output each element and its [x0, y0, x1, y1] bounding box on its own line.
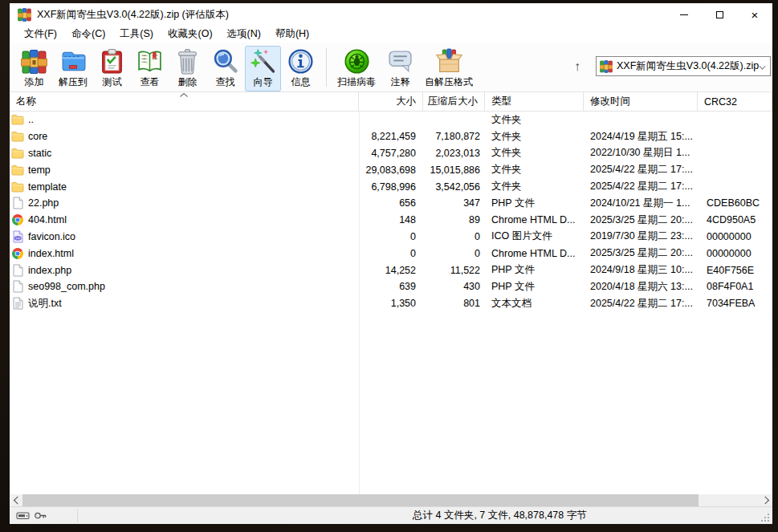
table-row[interactable]: 404.html 148 89 Chrome HTML D... 2025/3/… [10, 212, 772, 229]
file-packed-size: 15,015,886 [423, 164, 485, 176]
column-header-packed[interactable]: 压缩后大小 [423, 92, 485, 111]
close-button[interactable]: × [737, 3, 772, 26]
add-button[interactable]: 添加 [16, 46, 52, 91]
table-row[interactable]: index.php 14,252 11,522 PHP 文件 2024/9/18… [10, 262, 772, 278]
file-type: 文本文档 [485, 297, 584, 311]
comment-button[interactable]: 注释 [382, 46, 418, 91]
file-name: index.html [28, 248, 74, 259]
file-size: 14,252 [359, 265, 423, 276]
key-icon[interactable] [34, 510, 47, 522]
chrome-html-icon [11, 213, 24, 226]
file-type: ICO 图片文件 [485, 229, 584, 243]
file-type: 文件夹 [485, 130, 584, 144]
table-row[interactable]: 22.php 656 347 PHP 文件 2024/10/21 星期一 1..… [10, 195, 772, 212]
close-icon: × [752, 9, 759, 21]
table-row[interactable]: template 6,798,996 3,542,056 文件夹 2025/4/… [10, 178, 772, 195]
scroll-left-button[interactable] [10, 494, 22, 506]
file-type: Chrome HTML D... [485, 214, 584, 225]
php-file-icon [11, 197, 24, 209]
up-one-level-button[interactable]: ↑ [571, 59, 584, 74]
winrar-window: XXF新闻寄生虫V3.0(4.22版).zip (评估版本) × 文件(F)命令… [10, 3, 772, 524]
extract-to-button[interactable]: 解压到 [54, 46, 92, 91]
file-size: 1,350 [359, 298, 423, 309]
file-packed-size: 0 [423, 248, 485, 259]
toolbar-separator [326, 48, 327, 87]
resize-grip[interactable] [768, 520, 769, 522]
file-list: .. 文件夹 core 8,221,459 7,180,872 文件夹 2024… [10, 112, 772, 494]
table-row[interactable]: favicon.ico 0 0 ICO 图片文件 2019/7/30 星期二 2… [10, 229, 772, 246]
delete-button[interactable]: 删除 [169, 46, 206, 91]
file-modified-time: 2024/4/19 星期五 15:... [584, 130, 698, 144]
table-row[interactable]: static 4,757,280 2,023,013 文件夹 2022/10/3… [10, 145, 772, 162]
menu-help[interactable]: 帮助(H) [268, 26, 316, 43]
file-name: core [28, 131, 47, 142]
file-modified-time: 2025/3/25 星期二 20:... [584, 213, 698, 227]
column-header-size[interactable]: 大小 [359, 92, 423, 111]
folder-icon [11, 113, 24, 126]
scroll-right-button[interactable] [760, 494, 772, 506]
file-packed-size: 7,180,872 [423, 131, 485, 142]
table-row[interactable]: index.html 0 0 Chrome HTML D... 2025/3/2… [10, 245, 772, 262]
folder-icon [11, 181, 24, 193]
table-row[interactable]: core 8,221,459 7,180,872 文件夹 2024/4/19 星… [10, 128, 772, 145]
minimize-button[interactable] [666, 3, 702, 26]
view-button[interactable]: 查看 [132, 46, 168, 91]
wizard-button[interactable]: 向导 [245, 46, 281, 91]
sfx-button[interactable]: 自解压格式 [420, 46, 478, 91]
comment-bubble-icon [387, 48, 413, 75]
file-name: 22.php [28, 197, 59, 209]
file-name: 404.html [28, 214, 67, 225]
menu-options[interactable]: 选项(N) [220, 26, 268, 43]
file-modified-time: 2025/4/22 星期二 17:... [584, 163, 698, 177]
window-controls: × [666, 3, 772, 26]
test-button[interactable]: 测试 [94, 46, 130, 91]
column-header-modified[interactable]: 修改时间 [584, 92, 698, 111]
menu-tools[interactable]: 工具(S) [112, 26, 161, 43]
menu-file[interactable]: 文件(F) [17, 26, 64, 43]
virus-scan-icon [344, 48, 370, 75]
chevron-right-icon [761, 497, 769, 505]
table-row[interactable]: seo998_com.php 639 430 PHP 文件 2020/4/18 … [10, 278, 772, 295]
file-crc32: 00000000 [698, 248, 772, 259]
winrar-app-icon [18, 8, 31, 22]
drive-icon [16, 510, 30, 522]
file-name: index.php [28, 265, 71, 276]
file-name: 说明.txt [28, 297, 62, 311]
chrome-html-icon [11, 247, 24, 260]
archive-address-combobox[interactable]: XXF新闻寄生虫V3.0(4.22版).zip [596, 56, 771, 76]
menu-commands[interactable]: 命令(C) [64, 26, 112, 43]
file-packed-size: 347 [423, 197, 485, 209]
table-row[interactable]: 说明.txt 1,350 801 文本文档 2025/4/22 星期二 17:.… [10, 295, 772, 312]
php-file-icon [11, 264, 24, 277]
column-separator-line [359, 112, 360, 494]
column-header-crc32[interactable]: CRC32 [698, 92, 772, 111]
magnifier-icon [212, 48, 238, 75]
totals-text: 总计 4 文件夹, 7 文件, 48,878,478 字节 [413, 507, 587, 524]
file-type: Chrome HTML D... [485, 248, 584, 259]
table-row[interactable]: temp 29,083,698 15,015,886 文件夹 2025/4/22… [10, 161, 772, 178]
file-modified-time: 2024/9/18 星期三 10:... [584, 263, 698, 277]
file-crc32: CDEB60BC [698, 197, 772, 209]
chevron-left-icon [13, 497, 21, 505]
file-packed-size: 11,522 [423, 265, 485, 276]
archive-address-value: XXF新闻寄生虫V3.0(4.22版).zip [617, 59, 759, 73]
file-type: 文件夹 [485, 113, 584, 127]
file-name: .. [28, 114, 34, 125]
file-size: 656 [359, 197, 423, 209]
toolbar-right-group: ↑ XXF新闻寄生虫V3.0(4.22版).zip [571, 56, 771, 76]
maximize-button[interactable] [702, 3, 737, 26]
file-type: 文件夹 [485, 163, 584, 177]
scrollbar-thumb[interactable] [22, 494, 699, 506]
maximize-icon [716, 11, 723, 18]
winrar-archive-icon [600, 60, 613, 73]
column-header-type[interactable]: 类型 [485, 92, 584, 111]
toolbar: 添加 解压到 测试 查看 删除 查找 向导 信息 扫描病毒 注释 自解压格式 ↑… [10, 43, 772, 92]
scan-virus-button[interactable]: 扫描病毒 [332, 46, 381, 91]
horizontal-scrollbar[interactable] [10, 494, 772, 506]
menu-favorites[interactable]: 收藏夹(O) [161, 26, 220, 43]
file-modified-time: 2019/7/30 星期二 23:... [584, 229, 698, 243]
table-row[interactable]: .. 文件夹 [10, 112, 772, 128]
up-arrow-icon: ↑ [574, 59, 580, 73]
find-button[interactable]: 查找 [207, 46, 243, 91]
info-button[interactable]: 信息 [283, 46, 319, 91]
